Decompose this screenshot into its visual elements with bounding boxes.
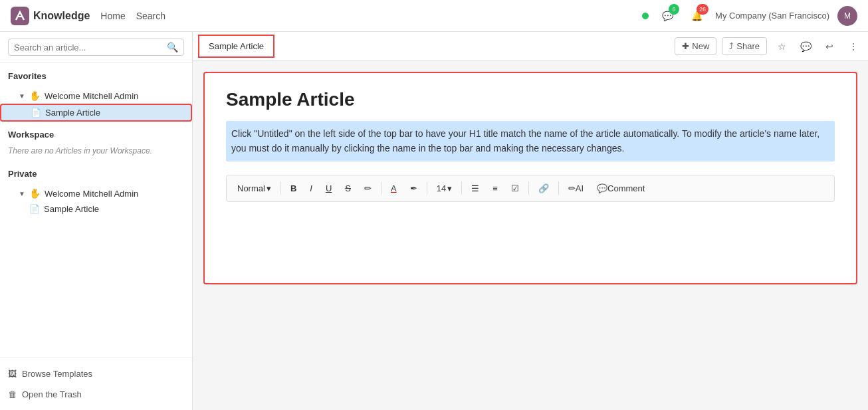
sidebar: 🔍 Favorites ▼ ✋ Welcome Mitchell Admin 📄… xyxy=(0,32,193,410)
share-label: Share xyxy=(736,41,760,51)
format-label: Normal xyxy=(237,183,265,193)
tab-actions: ✚ New ⤴ Share ☆ 💬 ↩ ⋮ xyxy=(675,37,863,56)
company-name: My Company (San Francisco) xyxy=(715,11,829,21)
divider-5 xyxy=(528,181,529,195)
tab-bar: Sample Article ✚ New ⤴ Share ☆ 💬 xyxy=(193,32,868,61)
image-icon: 🖼 xyxy=(8,369,17,379)
search-icon: 🔍 xyxy=(167,42,178,52)
favorites-section: Favorites xyxy=(0,63,192,88)
private-section: Private xyxy=(0,161,192,185)
content-area: Sample Article ✚ New ⤴ Share ☆ 💬 xyxy=(193,32,868,410)
font-size-label: 14 xyxy=(437,183,446,193)
link-button[interactable]: 🔗 xyxy=(533,181,554,196)
font-size-arrow: ▾ xyxy=(447,183,452,193)
chat-badge: 6 xyxy=(669,4,679,15)
article-body[interactable]: Click "Untitled" on the left side of the… xyxy=(226,121,835,161)
sidebar-item-label: Welcome Mitchell Admin xyxy=(45,91,138,101)
sidebar-item-welcome-private[interactable]: ▼ ✋ Welcome Mitchell Admin xyxy=(0,185,192,201)
star-button[interactable]: ☆ xyxy=(772,37,791,56)
open-trash-btn[interactable]: 🗑 Open the Trash xyxy=(0,384,192,405)
status-indicator xyxy=(642,13,649,19)
user-avatar[interactable]: M xyxy=(837,6,857,26)
article-tab[interactable]: Sample Article xyxy=(198,35,274,58)
editor-wrapper: Sample Article Click "Untitled" on the l… xyxy=(193,61,868,410)
history-icon: ↩ xyxy=(825,41,833,52)
sidebar-item-label: Sample Article xyxy=(45,108,100,118)
ai-icon: ✏ xyxy=(568,183,576,193)
chat-bubble-icon: 💬 xyxy=(800,41,812,52)
article-title[interactable]: Sample Article xyxy=(226,89,835,110)
format-select[interactable]: Normal ▾ xyxy=(232,181,276,196)
plus-icon: ✚ xyxy=(682,41,689,51)
open-trash-label: Open the Trash xyxy=(22,389,82,399)
share-button[interactable]: ⤴ Share xyxy=(722,37,767,55)
kebab-icon: ⋮ xyxy=(849,41,858,52)
strikethrough-button[interactable]: S xyxy=(340,181,356,196)
new-button[interactable]: ✚ New xyxy=(675,37,716,55)
doc-icon: 📄 xyxy=(29,204,40,214)
nav-actions: 💬 6 🔔 26 My Company (San Francisco) M xyxy=(642,5,857,27)
workspace-section: Workspace xyxy=(0,122,192,146)
ai-button[interactable]: ✏ AI xyxy=(563,181,589,196)
share-icon: ⤴ xyxy=(729,41,734,51)
editor-toolbar: Normal ▾ B I U S ✏ A ✒ 14 ▾ xyxy=(226,175,835,202)
hand-icon: ✋ xyxy=(29,188,41,199)
search-input[interactable] xyxy=(14,43,167,52)
sidebar-item-welcome-favorites[interactable]: ▼ ✋ Welcome Mitchell Admin xyxy=(0,88,192,104)
highlight-button[interactable]: ✏ xyxy=(359,181,377,196)
sidebar-item-sample-article-favorites[interactable]: 📄 Sample Article xyxy=(0,104,192,122)
ai-label: AI xyxy=(576,183,584,193)
comment-label: Comment xyxy=(607,183,645,193)
hand-icon: ✋ xyxy=(29,90,41,101)
workspace-empty: There are no Articles in your Workspace. xyxy=(0,146,192,161)
divider-6 xyxy=(558,181,559,195)
underline-button[interactable]: U xyxy=(320,181,337,196)
star-icon: ☆ xyxy=(778,41,786,52)
favorites-title: Favorites xyxy=(8,71,184,81)
search-wrapper[interactable]: 🔍 xyxy=(8,39,184,56)
sidebar-item-sample-article-private[interactable]: 📄 Sample Article xyxy=(0,201,192,217)
app-logo[interactable]: Knowledge xyxy=(11,7,90,25)
expand-icon: ▼ xyxy=(19,92,25,100)
bg-color-button[interactable]: ✒ xyxy=(405,181,423,196)
font-size-select[interactable]: 14 ▾ xyxy=(431,181,457,196)
activity-badge: 26 xyxy=(697,4,708,15)
italic-button[interactable]: I xyxy=(304,181,318,196)
checklist-button[interactable]: ☑ xyxy=(506,181,524,196)
divider-3 xyxy=(427,181,427,195)
divider-1 xyxy=(280,181,281,195)
main-layout: 🔍 Favorites ▼ ✋ Welcome Mitchell Admin 📄… xyxy=(0,32,868,410)
chat-button[interactable]: 💬 6 xyxy=(657,5,678,27)
trash-icon: 🗑 xyxy=(8,389,17,399)
new-label: New xyxy=(692,41,709,51)
font-color-button[interactable]: A xyxy=(385,181,402,196)
nav-search[interactable]: Search xyxy=(136,11,165,21)
expand-icon: ▼ xyxy=(19,190,25,197)
bold-button[interactable]: B xyxy=(285,181,302,196)
sidebar-item-label: Sample Article xyxy=(44,204,99,214)
doc-icon: 📄 xyxy=(31,108,41,118)
browse-templates-btn[interactable]: 🖼 Browse Templates xyxy=(0,363,192,384)
history-button[interactable]: ↩ xyxy=(820,37,839,56)
dropdown-arrow: ▾ xyxy=(267,183,271,193)
private-title: Private xyxy=(8,169,184,179)
activity-button[interactable]: 🔔 26 xyxy=(686,5,707,27)
editor-container: Sample Article Click "Untitled" on the l… xyxy=(203,72,857,284)
unordered-list-button[interactable]: ☰ xyxy=(466,181,485,196)
comment-button[interactable]: 💬 xyxy=(796,37,815,56)
divider-2 xyxy=(381,181,381,195)
comment-toolbar-button[interactable]: 💬 Comment xyxy=(592,181,650,196)
nav-home[interactable]: Home xyxy=(100,11,125,21)
comment-icon: 💬 xyxy=(597,183,607,193)
more-button[interactable]: ⋮ xyxy=(844,37,863,56)
ordered-list-button[interactable]: ≡ xyxy=(487,181,503,196)
search-bar: 🔍 xyxy=(0,32,192,63)
top-nav: Knowledge Home Search 💬 6 🔔 26 My Compan… xyxy=(0,0,868,32)
workspace-title: Workspace xyxy=(8,130,184,140)
divider-4 xyxy=(461,181,462,195)
article-tab-label: Sample Article xyxy=(209,41,264,51)
browse-templates-label: Browse Templates xyxy=(22,369,92,379)
sidebar-bottom: 🖼 Browse Templates 🗑 Open the Trash xyxy=(0,358,192,410)
sidebar-item-label: Welcome Mitchell Admin xyxy=(45,189,138,199)
app-title: Knowledge xyxy=(33,10,90,22)
